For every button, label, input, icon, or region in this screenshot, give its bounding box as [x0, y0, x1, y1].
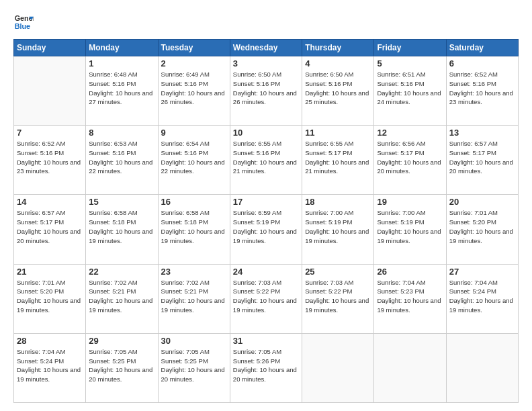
day-number: 13 — [449, 128, 515, 138]
day-info: Sunrise: 6:48 AMSunset: 5:16 PMDaylight:… — [89, 70, 154, 107]
calendar-cell: 25Sunrise: 7:03 AMSunset: 5:22 PMDayligh… — [302, 264, 374, 333]
day-number: 1 — [89, 58, 154, 68]
day-info: Sunrise: 7:01 AMSunset: 5:20 PMDaylight:… — [17, 278, 83, 315]
header: General Blue — [13, 12, 519, 32]
calendar-cell: 20Sunrise: 7:01 AMSunset: 5:20 PMDayligh… — [446, 195, 518, 264]
calendar-cell: 1Sunrise: 6:48 AMSunset: 5:16 PMDaylight… — [86, 56, 158, 126]
calendar-cell: 16Sunrise: 6:58 AMSunset: 5:18 PMDayligh… — [158, 195, 230, 264]
day-info: Sunrise: 7:05 AMSunset: 5:25 PMDaylight:… — [161, 347, 227, 384]
day-number: 2 — [161, 58, 227, 68]
logo-icon: General Blue — [13, 12, 34, 32]
calendar-cell — [302, 333, 374, 402]
calendar-cell — [374, 333, 446, 402]
day-number: 15 — [89, 197, 154, 207]
day-number: 27 — [449, 267, 515, 277]
day-info: Sunrise: 7:00 AMSunset: 5:19 PMDaylight:… — [377, 208, 443, 245]
day-number: 30 — [161, 336, 227, 346]
day-number: 19 — [377, 197, 443, 207]
day-number: 9 — [161, 128, 227, 138]
day-info: Sunrise: 6:50 AMSunset: 5:16 PMDaylight:… — [233, 70, 299, 107]
day-number: 11 — [305, 128, 371, 138]
day-info: Sunrise: 7:05 AMSunset: 5:26 PMDaylight:… — [233, 347, 299, 384]
calendar-week-row: 14Sunrise: 6:57 AMSunset: 5:17 PMDayligh… — [14, 195, 519, 264]
day-number: 24 — [233, 267, 299, 277]
calendar-cell: 15Sunrise: 6:58 AMSunset: 5:18 PMDayligh… — [86, 195, 158, 264]
day-number: 21 — [17, 267, 83, 277]
day-info: Sunrise: 6:55 AMSunset: 5:17 PMDaylight:… — [305, 139, 371, 176]
calendar-cell — [14, 56, 86, 126]
day-number: 23 — [161, 267, 227, 277]
day-number: 28 — [17, 336, 83, 346]
day-info: Sunrise: 7:03 AMSunset: 5:22 PMDaylight:… — [233, 278, 299, 315]
weekday-header-sunday: Sunday — [14, 40, 86, 56]
day-info: Sunrise: 6:52 AMSunset: 5:16 PMDaylight:… — [449, 70, 515, 107]
day-info: Sunrise: 6:58 AMSunset: 5:18 PMDaylight:… — [89, 208, 154, 245]
day-info: Sunrise: 6:54 AMSunset: 5:16 PMDaylight:… — [161, 139, 227, 176]
calendar-table: SundayMondayTuesdayWednesdayThursdayFrid… — [13, 39, 519, 403]
svg-text:Blue: Blue — [15, 22, 30, 30]
calendar-cell: 13Sunrise: 6:57 AMSunset: 5:17 PMDayligh… — [446, 126, 518, 195]
day-info: Sunrise: 7:05 AMSunset: 5:25 PMDaylight:… — [89, 347, 154, 384]
calendar-cell: 9Sunrise: 6:54 AMSunset: 5:16 PMDaylight… — [158, 126, 230, 195]
calendar-cell: 6Sunrise: 6:52 AMSunset: 5:16 PMDaylight… — [446, 56, 518, 126]
day-info: Sunrise: 7:00 AMSunset: 5:19 PMDaylight:… — [305, 208, 371, 245]
day-number: 29 — [89, 336, 154, 346]
day-number: 12 — [377, 128, 443, 138]
day-number: 17 — [233, 197, 299, 207]
day-info: Sunrise: 7:04 AMSunset: 5:24 PMDaylight:… — [17, 347, 83, 384]
day-info: Sunrise: 7:04 AMSunset: 5:24 PMDaylight:… — [449, 278, 515, 315]
calendar-cell: 21Sunrise: 7:01 AMSunset: 5:20 PMDayligh… — [14, 264, 86, 333]
calendar-cell: 11Sunrise: 6:55 AMSunset: 5:17 PMDayligh… — [302, 126, 374, 195]
calendar-cell: 14Sunrise: 6:57 AMSunset: 5:17 PMDayligh… — [14, 195, 86, 264]
day-number: 4 — [305, 58, 371, 68]
day-info: Sunrise: 7:01 AMSunset: 5:20 PMDaylight:… — [449, 208, 515, 245]
day-number: 22 — [89, 267, 154, 277]
calendar-cell: 18Sunrise: 7:00 AMSunset: 5:19 PMDayligh… — [302, 195, 374, 264]
day-number: 5 — [377, 58, 443, 68]
calendar-cell: 31Sunrise: 7:05 AMSunset: 5:26 PMDayligh… — [230, 333, 302, 402]
day-info: Sunrise: 6:57 AMSunset: 5:17 PMDaylight:… — [449, 139, 515, 176]
day-number: 31 — [233, 336, 299, 346]
day-number: 25 — [305, 267, 371, 277]
weekday-header-saturday: Saturday — [446, 40, 518, 56]
calendar-cell: 7Sunrise: 6:52 AMSunset: 5:16 PMDaylight… — [14, 126, 86, 195]
calendar-cell: 26Sunrise: 7:04 AMSunset: 5:23 PMDayligh… — [374, 264, 446, 333]
calendar-cell: 4Sunrise: 6:50 AMSunset: 5:16 PMDaylight… — [302, 56, 374, 126]
day-info: Sunrise: 6:49 AMSunset: 5:16 PMDaylight:… — [161, 70, 227, 107]
calendar-cell: 17Sunrise: 6:59 AMSunset: 5:19 PMDayligh… — [230, 195, 302, 264]
calendar-cell: 8Sunrise: 6:53 AMSunset: 5:16 PMDaylight… — [86, 126, 158, 195]
calendar-cell: 28Sunrise: 7:04 AMSunset: 5:24 PMDayligh… — [14, 333, 86, 402]
day-info: Sunrise: 6:52 AMSunset: 5:16 PMDaylight:… — [17, 139, 83, 176]
calendar-cell: 12Sunrise: 6:56 AMSunset: 5:17 PMDayligh… — [374, 126, 446, 195]
day-number: 14 — [17, 197, 83, 207]
day-info: Sunrise: 6:57 AMSunset: 5:17 PMDaylight:… — [17, 208, 83, 245]
day-number: 6 — [449, 58, 515, 68]
calendar-week-row: 21Sunrise: 7:01 AMSunset: 5:20 PMDayligh… — [14, 264, 519, 333]
day-info: Sunrise: 6:50 AMSunset: 5:16 PMDaylight:… — [305, 70, 371, 107]
day-info: Sunrise: 7:04 AMSunset: 5:23 PMDaylight:… — [377, 278, 443, 315]
calendar-cell: 23Sunrise: 7:02 AMSunset: 5:21 PMDayligh… — [158, 264, 230, 333]
calendar-cell: 10Sunrise: 6:55 AMSunset: 5:16 PMDayligh… — [230, 126, 302, 195]
weekday-header-row: SundayMondayTuesdayWednesdayThursdayFrid… — [14, 40, 519, 56]
day-info: Sunrise: 6:53 AMSunset: 5:16 PMDaylight:… — [89, 139, 154, 176]
day-info: Sunrise: 7:02 AMSunset: 5:21 PMDaylight:… — [161, 278, 227, 315]
logo: General Blue — [13, 12, 34, 32]
day-info: Sunrise: 6:58 AMSunset: 5:18 PMDaylight:… — [161, 208, 227, 245]
calendar-week-row: 1Sunrise: 6:48 AMSunset: 5:16 PMDaylight… — [14, 56, 519, 126]
day-number: 7 — [17, 128, 83, 138]
page: General Blue SundayMondayTuesdayWednesda… — [0, 0, 532, 411]
calendar-cell: 2Sunrise: 6:49 AMSunset: 5:16 PMDaylight… — [158, 56, 230, 126]
day-info: Sunrise: 6:56 AMSunset: 5:17 PMDaylight:… — [377, 139, 443, 176]
calendar-week-row: 7Sunrise: 6:52 AMSunset: 5:16 PMDaylight… — [14, 126, 519, 195]
day-number: 20 — [449, 197, 515, 207]
weekday-header-thursday: Thursday — [302, 40, 374, 56]
day-number: 8 — [89, 128, 154, 138]
calendar-cell: 30Sunrise: 7:05 AMSunset: 5:25 PMDayligh… — [158, 333, 230, 402]
calendar-cell: 29Sunrise: 7:05 AMSunset: 5:25 PMDayligh… — [86, 333, 158, 402]
day-info: Sunrise: 6:59 AMSunset: 5:19 PMDaylight:… — [233, 208, 299, 245]
day-info: Sunrise: 6:51 AMSunset: 5:16 PMDaylight:… — [377, 70, 443, 107]
calendar-cell: 19Sunrise: 7:00 AMSunset: 5:19 PMDayligh… — [374, 195, 446, 264]
calendar-cell: 22Sunrise: 7:02 AMSunset: 5:21 PMDayligh… — [86, 264, 158, 333]
weekday-header-tuesday: Tuesday — [158, 40, 230, 56]
day-number: 18 — [305, 197, 371, 207]
